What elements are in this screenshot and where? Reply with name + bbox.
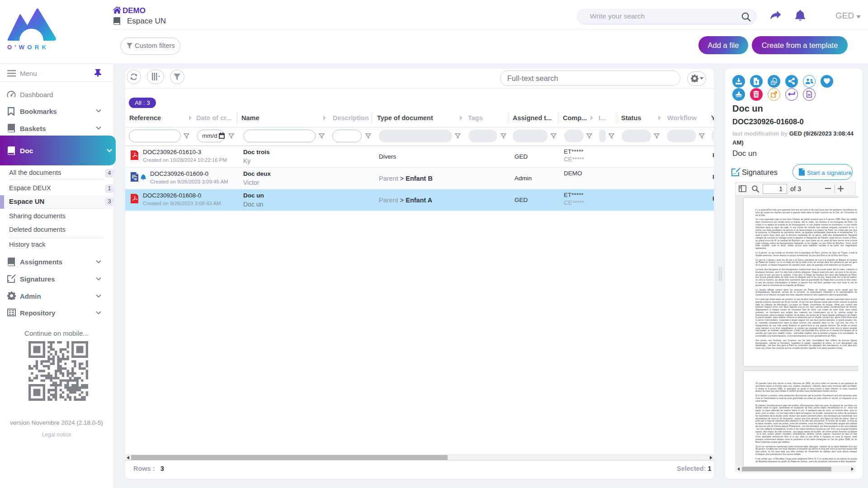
svg-text:O'WORK: O'WORK [7,44,49,51]
svg-text:W: W [134,178,137,181]
